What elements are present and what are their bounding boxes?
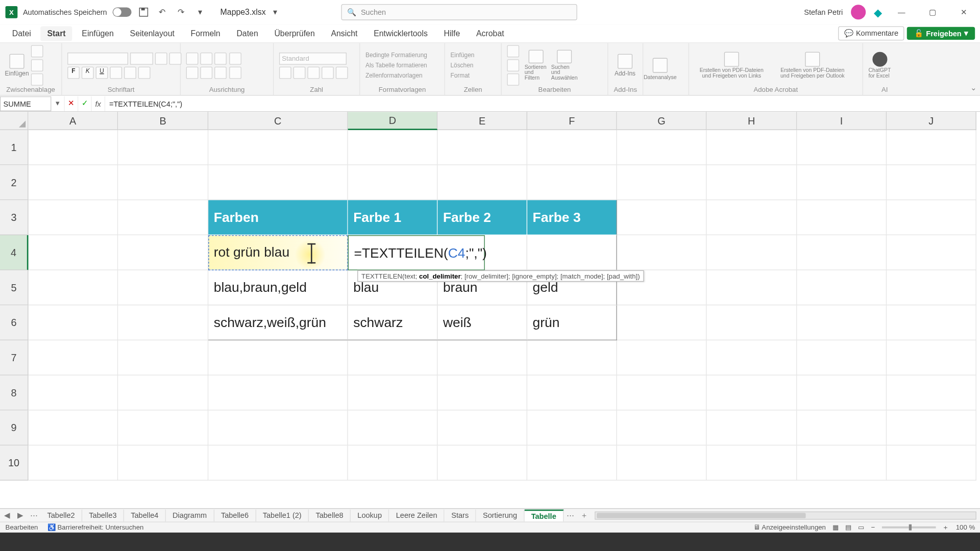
sheet-tab-stars[interactable]: Stars: [445, 509, 476, 521]
sheet-tab-sortierung[interactable]: Sortierung: [476, 509, 525, 521]
comma-icon[interactable]: [307, 66, 320, 79]
view-page-break-icon[interactable]: ▭: [858, 523, 864, 531]
cell-D3[interactable]: Farbe 1: [348, 200, 438, 235]
find-select-button[interactable]: Suchen und Auswählen: [553, 50, 576, 81]
cell-J2[interactable]: [887, 165, 976, 201]
cell-B4[interactable]: [118, 235, 208, 270]
sheet-tab-tabelle3[interactable]: Tabelle3: [82, 509, 124, 521]
cell-F9[interactable]: [527, 410, 617, 445]
cell-G4[interactable]: [617, 235, 707, 270]
cell-B3[interactable]: [118, 200, 208, 235]
cell-G10[interactable]: [617, 445, 707, 481]
font-size-input[interactable]: [130, 52, 153, 64]
align-top-icon[interactable]: [186, 52, 199, 64]
cell-E7[interactable]: [437, 340, 527, 375]
cell-G8[interactable]: [617, 375, 707, 411]
cells-insert-button[interactable]: Einfügen: [450, 52, 474, 59]
select-all-corner[interactable]: [0, 112, 28, 130]
accessibility-status[interactable]: ♿ Barrierefreiheit: Untersuchen: [47, 523, 143, 531]
row-header-3[interactable]: 3: [0, 200, 28, 235]
cell-A1[interactable]: [28, 130, 118, 165]
tab-ansicht[interactable]: Ansicht: [324, 26, 364, 41]
cell-I4[interactable]: [797, 235, 887, 270]
cell-C9[interactable]: [208, 410, 348, 445]
cell-E3[interactable]: Farbe 2: [437, 200, 527, 235]
column-header-E[interactable]: E: [437, 112, 527, 130]
tab-hilfe[interactable]: Hilfe: [437, 26, 467, 41]
minimize-button[interactable]: —: [890, 3, 913, 21]
cell-A9[interactable]: [28, 410, 118, 445]
cell-H4[interactable]: [706, 235, 797, 270]
cell-E8[interactable]: [437, 375, 527, 411]
cell-I6[interactable]: [797, 305, 887, 340]
cell-A7[interactable]: [28, 340, 118, 375]
view-normal-icon[interactable]: ▦: [832, 523, 839, 531]
name-box[interactable]: SUMME: [0, 96, 51, 111]
cell-I1[interactable]: [797, 130, 887, 165]
fx-icon[interactable]: fx: [92, 96, 105, 111]
spreadsheet-grid[interactable]: ABCDEFGHIJ 12345678910 FarbenFarbe 1Farb…: [0, 112, 980, 511]
filename-label[interactable]: Mappe3.xlsx: [220, 8, 266, 17]
sheet-tab-tabelle[interactable]: Tabelle: [525, 509, 564, 521]
create-pdf-links-button[interactable]: Erstellen von PDF-Dateien und Freigeben …: [695, 50, 769, 81]
cell-J4[interactable]: [887, 235, 976, 270]
number-format-select[interactable]: [279, 52, 347, 64]
row-header-1[interactable]: 1: [0, 130, 28, 165]
clear-icon[interactable]: [507, 73, 519, 86]
cell-D8[interactable]: [348, 375, 438, 411]
sheet-nav-more-icon[interactable]: ⋯: [27, 511, 40, 519]
tab-seitenlayout[interactable]: Seitenlayout: [123, 26, 181, 41]
cell-G6[interactable]: [617, 305, 707, 340]
cell-C6[interactable]: schwarz,weiß,grün: [208, 305, 348, 340]
formula-input[interactable]: =TEXTTEILEN(C4;","): [105, 99, 980, 108]
align-right-icon[interactable]: [214, 66, 227, 79]
cell-G3[interactable]: [617, 200, 707, 235]
cell-D7[interactable]: [348, 340, 438, 375]
cell-I8[interactable]: [797, 375, 887, 411]
tab-start[interactable]: Start: [40, 26, 72, 41]
sheet-nav-prev-icon[interactable]: ◀: [0, 511, 13, 519]
cells-delete-button[interactable]: Löschen: [450, 62, 474, 69]
column-header-G[interactable]: G: [617, 112, 707, 130]
dec-decimal-icon[interactable]: [336, 66, 348, 79]
cell-J7[interactable]: [887, 340, 976, 375]
row-header-10[interactable]: 10: [0, 445, 28, 481]
row-header-9[interactable]: 9: [0, 410, 28, 445]
sheet-tab-leere-zeilen[interactable]: Leere Zeilen: [389, 509, 445, 521]
copy-icon[interactable]: [31, 59, 43, 71]
autosave-toggle[interactable]: [112, 8, 131, 17]
column-header-I[interactable]: I: [797, 112, 887, 130]
cell-E9[interactable]: [437, 410, 527, 445]
cell-A5[interactable]: [28, 270, 118, 306]
sheet-tab-tabelle1-2-[interactable]: Tabelle1 (2): [256, 509, 309, 521]
align-center-icon[interactable]: [200, 66, 212, 79]
zoom-level[interactable]: 100 %: [956, 523, 975, 531]
tab-datei[interactable]: Datei: [6, 26, 38, 41]
cell-C2[interactable]: [208, 165, 348, 201]
cell-A10[interactable]: [28, 445, 118, 481]
qat-dropdown-icon[interactable]: ▾: [193, 6, 207, 19]
inc-decimal-icon[interactable]: [322, 66, 334, 79]
new-sheet-button[interactable]: ＋: [577, 510, 591, 520]
row-header-2[interactable]: 2: [0, 165, 28, 201]
tab-entwicklertools[interactable]: Entwicklertools: [367, 26, 434, 41]
sheet-tab-tabelle8[interactable]: Tabelle8: [309, 509, 351, 521]
cell-B7[interactable]: [118, 340, 208, 375]
cell-E10[interactable]: [437, 445, 527, 481]
fill-color-icon[interactable]: [124, 66, 136, 79]
cell-F1[interactable]: [527, 130, 617, 165]
cell-B2[interactable]: [118, 165, 208, 201]
format-as-table-button[interactable]: Als Tabelle formatieren: [365, 62, 427, 69]
cell-D2[interactable]: [348, 165, 438, 201]
zoom-out-icon[interactable]: −: [871, 523, 875, 531]
cell-G7[interactable]: [617, 340, 707, 375]
cell-E1[interactable]: [437, 130, 527, 165]
cell-I9[interactable]: [797, 410, 887, 445]
font-name-input[interactable]: [67, 52, 128, 64]
merge-icon[interactable]: [229, 66, 241, 79]
redo-icon[interactable]: ↷: [175, 6, 188, 19]
tab-formeln[interactable]: Formeln: [184, 26, 227, 41]
cell-D6[interactable]: schwarz: [348, 305, 438, 340]
cell-B9[interactable]: [118, 410, 208, 445]
formula-cancel-icon[interactable]: ✕: [65, 96, 78, 111]
